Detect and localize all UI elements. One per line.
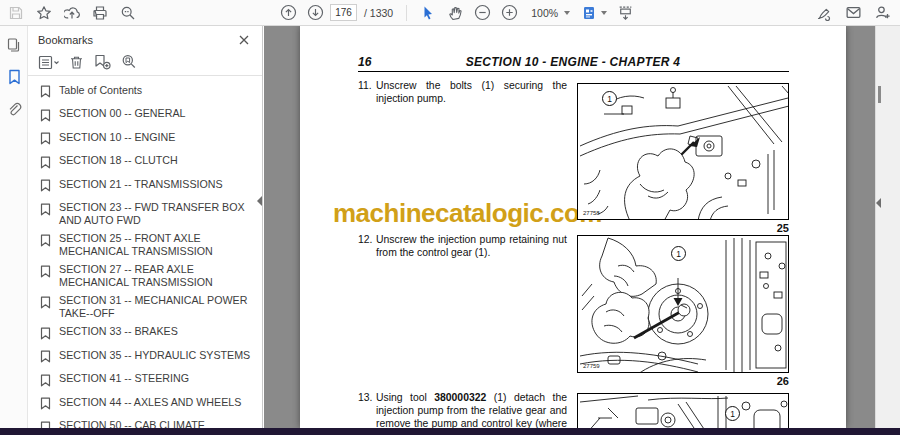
bookmarks-panel-icon[interactable] bbox=[0, 64, 28, 90]
toolbar-file-group bbox=[4, 0, 140, 25]
bookmark-item[interactable]: SECTION 00 -- GENERAL bbox=[28, 105, 262, 129]
chevron-down-icon bbox=[564, 11, 570, 15]
bookmark-item-label: SECTION 35 -- HYDRAULIC SYSTEMS bbox=[59, 349, 250, 362]
fit-width-icon[interactable] bbox=[613, 1, 637, 25]
scrollbar-thumb[interactable] bbox=[878, 86, 881, 103]
hand-tool-icon[interactable] bbox=[443, 1, 467, 25]
bookmark-item[interactable]: SECTION 23 -- FWD TRANSFER BOX AND AUTO … bbox=[28, 199, 262, 230]
bookmark-icon bbox=[40, 108, 51, 126]
toolbar-nav-group: / 1330 100% bbox=[276, 0, 637, 25]
favorite-star-icon[interactable] bbox=[32, 1, 56, 25]
account-icon[interactable] bbox=[870, 1, 894, 25]
bookmarks-toolbar bbox=[28, 50, 262, 76]
bookmark-item-label: SECTION 10 -- ENGINE bbox=[59, 131, 175, 144]
bookmark-item[interactable]: SECTION 44 -- AXLES AND WHEELS bbox=[28, 393, 262, 417]
bookmark-icon bbox=[40, 131, 51, 149]
bookmark-item-label: SECTION 23 -- FWD TRANSFER BOX AND AUTO … bbox=[59, 201, 257, 227]
collapse-panel-arrow[interactable] bbox=[257, 196, 262, 206]
callout-1: 1 bbox=[602, 91, 617, 106]
figure-tool-detach: 1 bbox=[577, 393, 789, 428]
figure-ref-code: 27758 bbox=[583, 210, 600, 216]
bookmark-item[interactable]: SECTION 35 -- HYDRAULIC SYSTEMS bbox=[28, 346, 262, 370]
step-text: Unscrew the injection pump retaining nut… bbox=[376, 233, 567, 259]
bookmark-icon bbox=[40, 396, 51, 414]
main-toolbar: / 1330 100% bbox=[0, 0, 900, 26]
bookmarks-panel-title: Bookmarks bbox=[38, 34, 93, 46]
attachments-icon[interactable] bbox=[0, 96, 28, 122]
pdf-page: 16 SECTION 10 - ENGINE - CHAPTER 4 11. U… bbox=[300, 26, 846, 428]
zoom-in-icon[interactable] bbox=[497, 1, 521, 25]
pdf-viewer-window: / 1330 100% bbox=[0, 0, 900, 435]
bookmark-item[interactable]: SECTION 25 -- FRONT AXLE MECHANICAL TRAN… bbox=[28, 230, 262, 261]
page-down-icon[interactable] bbox=[303, 1, 327, 25]
step-number: 11. bbox=[358, 79, 376, 105]
bookmarks-panel-header: Bookmarks bbox=[28, 26, 262, 50]
page-total-label: / 1330 bbox=[364, 7, 393, 19]
bookmark-icon bbox=[40, 295, 51, 313]
search-icon[interactable] bbox=[116, 1, 140, 25]
bottom-bar bbox=[0, 428, 900, 435]
chevron-down-icon bbox=[601, 11, 607, 15]
document-canvas: 16 SECTION 10 - ENGINE - CHAPTER 4 11. U… bbox=[264, 26, 875, 428]
bookmark-item[interactable]: SECTION 21 -- TRANSMISSIONS bbox=[28, 175, 262, 199]
bookmark-item[interactable]: SECTION 10 -- ENGINE bbox=[28, 128, 262, 152]
bookmarks-panel: Bookmarks Table of Contents bbox=[28, 26, 263, 428]
close-icon[interactable] bbox=[236, 32, 252, 48]
add-bookmark-icon[interactable] bbox=[94, 54, 111, 70]
chapter-header: SECTION 10 - ENGINE - CHAPTER 4 bbox=[358, 55, 788, 69]
bookmark-icon bbox=[40, 84, 51, 102]
figure-injection-pump-bolts: 1 27758 bbox=[577, 83, 789, 220]
step-number: 13. bbox=[358, 391, 376, 428]
find-bookmark-icon[interactable] bbox=[121, 54, 137, 70]
navigation-rail bbox=[0, 26, 28, 428]
bookmark-icon bbox=[40, 178, 51, 196]
header-rule bbox=[358, 71, 789, 72]
figure-ref-code: 27759 bbox=[583, 363, 600, 369]
step-12: 12. Unscrew the injection pump retaining… bbox=[358, 233, 567, 259]
bookmark-item-label: SECTION 33 -- BRAKES bbox=[59, 325, 178, 338]
watermark-text: machinecatalogic.com bbox=[333, 198, 602, 229]
zoom-out-icon[interactable] bbox=[470, 1, 494, 25]
figure-number: 25 bbox=[577, 222, 789, 234]
bookmark-icon bbox=[40, 326, 51, 344]
toolbar-divider bbox=[406, 5, 407, 21]
page-display-icon bbox=[579, 1, 599, 25]
bookmark-icon bbox=[40, 373, 51, 391]
toolbar-right-group bbox=[812, 0, 894, 25]
bookmark-item-label: SECTION 31 -- MECHANICAL POWER TAKE--OFF bbox=[59, 294, 257, 320]
delete-bookmark-icon[interactable] bbox=[69, 55, 84, 70]
collapse-right-arrow[interactable] bbox=[876, 198, 881, 208]
bookmark-icon bbox=[40, 233, 51, 251]
bookmark-item[interactable]: SECTION 33 -- BRAKES bbox=[28, 323, 262, 347]
save-icon[interactable] bbox=[4, 1, 28, 25]
vertical-scrollbar[interactable] bbox=[875, 26, 900, 428]
bookmark-item[interactable]: SECTION 18 -- CLUTCH bbox=[28, 152, 262, 176]
bookmark-item-label: SECTION 21 -- TRANSMISSIONS bbox=[59, 178, 223, 191]
bookmark-item-label: SECTION 41 -- STEERING bbox=[59, 372, 189, 385]
print-icon[interactable] bbox=[88, 1, 112, 25]
share-upload-icon[interactable] bbox=[60, 1, 84, 25]
email-icon[interactable] bbox=[841, 1, 865, 25]
bookmark-item-label: SECTION 25 -- FRONT AXLE MECHANICAL TRAN… bbox=[59, 232, 257, 258]
bookmark-options-icon[interactable] bbox=[38, 55, 59, 70]
step-13: 13. Using tool 380000322 (1) detach the … bbox=[358, 391, 567, 428]
bookmark-item-label: Table of Contents bbox=[59, 84, 142, 97]
bookmark-item[interactable]: Table of Contents bbox=[28, 81, 262, 105]
figure-number: 26 bbox=[577, 375, 789, 387]
bookmark-item[interactable]: SECTION 27 -- REAR AXLE MECHANICAL TRANS… bbox=[28, 261, 262, 292]
sign-pen-icon[interactable] bbox=[812, 1, 836, 25]
figure-retaining-nut: 1 27759 bbox=[577, 235, 789, 373]
page-thumbnails-icon[interactable] bbox=[0, 32, 28, 58]
callout-1: 1 bbox=[725, 406, 740, 421]
bookmark-icon bbox=[40, 202, 51, 220]
step-11: 11. Unscrew the bolts (1) securing the i… bbox=[358, 79, 567, 105]
bookmark-icon bbox=[40, 155, 51, 173]
bookmark-item-label: SECTION 18 -- CLUTCH bbox=[59, 154, 178, 167]
bookmark-item[interactable]: SECTION 41 -- STEERING bbox=[28, 370, 262, 394]
page-display-dropdown[interactable] bbox=[576, 0, 610, 27]
bookmark-item[interactable]: SECTION 31 -- MECHANICAL POWER TAKE--OFF bbox=[28, 292, 262, 323]
zoom-level-dropdown[interactable]: 100% bbox=[524, 5, 573, 21]
select-tool-icon[interactable] bbox=[416, 1, 440, 25]
current-page-input[interactable] bbox=[330, 4, 357, 21]
page-up-icon[interactable] bbox=[276, 1, 300, 25]
